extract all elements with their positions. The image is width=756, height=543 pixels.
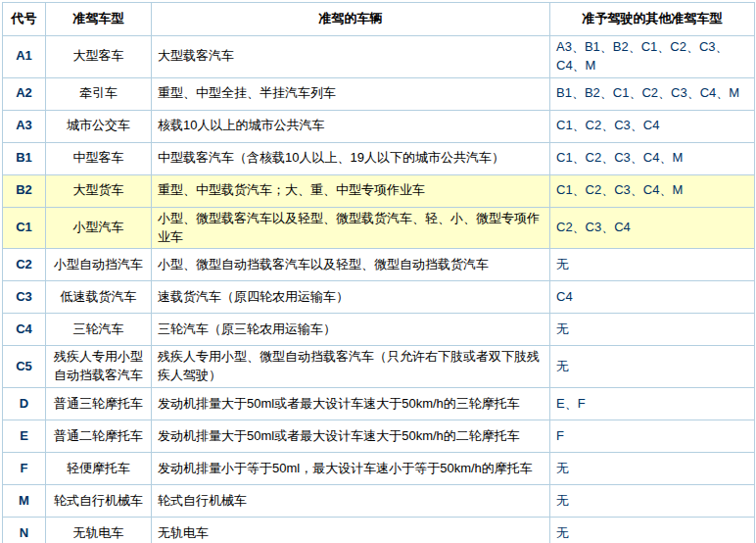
cell-type: 牵引车	[46, 77, 152, 110]
table-row: C2 小型自动挡汽车 小型、微型自动挡载客汽车以及轻型、微型自动挡载货汽车 无	[3, 249, 755, 281]
cell-type: 中型客车	[46, 142, 152, 174]
cell-code: C5	[3, 346, 46, 388]
cell-type: 普通二轮摩托车	[46, 420, 152, 453]
cell-code: E	[3, 420, 46, 453]
column-header-others: 准予驾驶的其他准驾车型	[550, 3, 755, 36]
cell-type: 无轨电车	[46, 518, 152, 543]
cell-vehicles: 无轨电车	[152, 518, 550, 543]
table-row: C3 低速载货汽车 速载货汽车（原四轮农用运输车） C4	[3, 281, 755, 314]
cell-vehicles: 发动机排量小于等于50ml，最大设计车速小于等于50km/h的摩托车	[152, 453, 550, 485]
cell-others: 无	[550, 453, 755, 485]
cell-vehicles: 小型、微型载客汽车以及轻型、微型载货汽车、轻、小、微型专项作业车	[152, 207, 550, 249]
column-header-code: 代号	[3, 3, 46, 36]
table-row: N 无轨电车 无轨电车 无	[3, 518, 755, 543]
table-row: M 轮式自行机械车 轮式自行机械车 无	[3, 485, 755, 518]
cell-others: B1、B2、C1、C2、C3、C4、M	[550, 77, 755, 110]
table-row: C1 小型汽车 小型、微型载客汽车以及轻型、微型载货汽车、轻、小、微型专项作业车…	[3, 207, 755, 249]
table-body: A1 大型客车 大型载客汽车 A3、B1、B2、C1、C2、C3、C4、M A2…	[3, 36, 755, 543]
cell-type: 普通三轮摩托车	[46, 388, 152, 420]
cell-others: F	[550, 420, 755, 453]
column-header-type: 准驾车型	[46, 3, 152, 36]
cell-vehicles: 发动机排量大于50ml或者最大设计车速大于50km/h的二轮摩托车	[152, 420, 550, 453]
cell-type: 三轮汽车	[46, 314, 152, 346]
cell-others: 无	[550, 518, 755, 543]
cell-code: D	[3, 388, 46, 420]
table-row: C4 三轮汽车 三轮汽车（原三轮农用运输车） 无	[3, 314, 755, 346]
cell-type: 残疾人专用小型自动挡载客汽车	[46, 346, 152, 388]
cell-others: C1、C2、C3、C4、M	[550, 142, 755, 174]
cell-code: F	[3, 453, 46, 485]
cell-code: B2	[3, 174, 46, 207]
cell-vehicles: 轮式自行机械车	[152, 485, 550, 518]
table-row: A2 牵引车 重型、中型全挂、半挂汽车列车 B1、B2、C1、C2、C3、C4、…	[3, 77, 755, 110]
cell-vehicles: 三轮汽车（原三轮农用运输车）	[152, 314, 550, 346]
cell-vehicles: 发动机排量大于50ml或者最大设计车速大于50km/h的三轮摩托车	[152, 388, 550, 420]
table-row: A3 城市公交车 核载10人以上的城市公共汽车 C1、C2、C3、C4	[3, 110, 755, 142]
table-header: 代号 准驾车型 准驾的车辆 准予驾驶的其他准驾车型	[3, 3, 755, 36]
table-row: E 普通二轮摩托车 发动机排量大于50ml或者最大设计车速大于50km/h的二轮…	[3, 420, 755, 453]
cell-others: 无	[550, 485, 755, 518]
cell-type: 小型自动挡汽车	[46, 249, 152, 281]
cell-vehicles: 残疾人专用小型、微型自动挡载客汽车（只允许右下肢或者双下肢残疾人驾驶）	[152, 346, 550, 388]
header-row: 代号 准驾车型 准驾的车辆 准予驾驶的其他准驾车型	[3, 3, 755, 36]
cell-code: N	[3, 518, 46, 543]
cell-code: C1	[3, 207, 46, 249]
cell-others: A3、B1、B2、C1、C2、C3、C4、M	[550, 36, 755, 78]
cell-type: 大型客车	[46, 36, 152, 78]
cell-vehicles: 速载货汽车（原四轮农用运输车）	[152, 281, 550, 314]
cell-vehicles: 小型、微型自动挡载客汽车以及轻型、微型自动挡载货汽车	[152, 249, 550, 281]
table-row: C5 残疾人专用小型自动挡载客汽车 残疾人专用小型、微型自动挡载客汽车（只允许右…	[3, 346, 755, 388]
cell-vehicles: 核载10人以上的城市公共汽车	[152, 110, 550, 142]
cell-code: A3	[3, 110, 46, 142]
table-row: D 普通三轮摩托车 发动机排量大于50ml或者最大设计车速大于50km/h的三轮…	[3, 388, 755, 420]
cell-others: C2、C3、C4	[550, 207, 755, 249]
cell-vehicles: 中型载客汽车（含核载10人以上、19人以下的城市公共汽车）	[152, 142, 550, 174]
cell-others: E、F	[550, 388, 755, 420]
cell-type: 城市公交车	[46, 110, 152, 142]
cell-vehicles: 重型、中型载货汽车；大、重、中型专项作业车	[152, 174, 550, 207]
cell-code: A1	[3, 36, 46, 78]
cell-code: M	[3, 485, 46, 518]
column-header-vehicles: 准驾的车辆	[152, 3, 550, 36]
cell-others: 无	[550, 314, 755, 346]
cell-code: C4	[3, 314, 46, 346]
cell-others: C4	[550, 281, 755, 314]
table-row: B1 中型客车 中型载客汽车（含核载10人以上、19人以下的城市公共汽车） C1…	[3, 142, 755, 174]
cell-others: C1、C2、C3、C4、M	[550, 174, 755, 207]
table-row: F 轻便摩托车 发动机排量小于等于50ml，最大设计车速小于等于50km/h的摩…	[3, 453, 755, 485]
cell-type: 轮式自行机械车	[46, 485, 152, 518]
cell-code: C2	[3, 249, 46, 281]
cell-others: C1、C2、C3、C4	[550, 110, 755, 142]
cell-type: 低速载货汽车	[46, 281, 152, 314]
cell-type: 小型汽车	[46, 207, 152, 249]
cell-type: 大型货车	[46, 174, 152, 207]
table-row: B2 大型货车 重型、中型载货汽车；大、重、中型专项作业车 C1、C2、C3、C…	[3, 174, 755, 207]
cell-type: 轻便摩托车	[46, 453, 152, 485]
cell-others: 无	[550, 346, 755, 388]
table-row: A1 大型客车 大型载客汽车 A3、B1、B2、C1、C2、C3、C4、M	[3, 36, 755, 78]
cell-code: A2	[3, 77, 46, 110]
cell-vehicles: 大型载客汽车	[152, 36, 550, 78]
cell-code: C3	[3, 281, 46, 314]
license-class-table: 代号 准驾车型 准驾的车辆 准予驾驶的其他准驾车型 A1 大型客车 大型载客汽车…	[2, 2, 755, 543]
cell-others: 无	[550, 249, 755, 281]
cell-code: B1	[3, 142, 46, 174]
cell-vehicles: 重型、中型全挂、半挂汽车列车	[152, 77, 550, 110]
